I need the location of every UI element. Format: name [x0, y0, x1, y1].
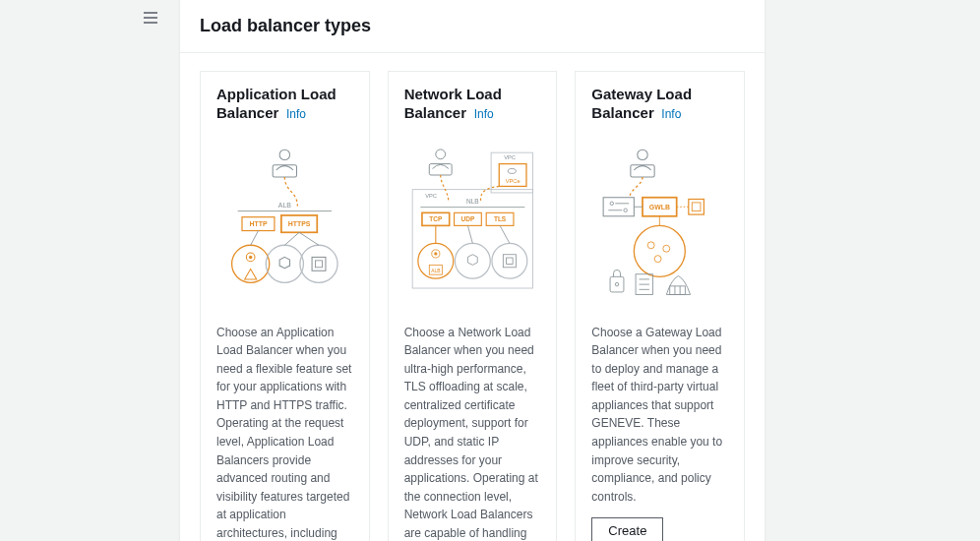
udp-label: UDP	[460, 215, 474, 222]
card-gwlb: Gateway Load Balancer Info	[575, 71, 745, 541]
svg-point-56	[616, 282, 619, 285]
svg-rect-19	[429, 164, 452, 175]
diagram-nlb: VPC VPC VPCe NLB	[404, 133, 541, 310]
info-link-alb[interactable]: Info	[286, 107, 306, 121]
diagram-alb: ALB HTTP HTTPS	[216, 133, 353, 310]
card-desc-gwlb: Choose a Gateway Load Balancer when you …	[591, 324, 728, 507]
svg-rect-33	[503, 255, 516, 268]
svg-point-38	[638, 150, 647, 159]
svg-point-41	[610, 202, 613, 205]
svg-rect-39	[631, 164, 654, 176]
menu-toggle-button[interactable]	[140, 8, 161, 28]
svg-rect-40	[603, 197, 634, 215]
svg-point-54	[654, 255, 661, 262]
svg-point-29	[492, 243, 527, 278]
create-gwlb-button[interactable]: Create	[591, 517, 663, 541]
https-label: HTTPS	[288, 220, 311, 227]
cards-row: Application Load Balancer Info ALB	[180, 53, 765, 541]
svg-point-12	[249, 255, 252, 258]
alb-label: ALB	[278, 202, 291, 209]
svg-line-15	[251, 230, 259, 245]
vpc-label-1: VPC	[425, 193, 437, 199]
svg-point-52	[648, 241, 655, 248]
nlb-label: NLB	[466, 198, 479, 205]
svg-point-43	[624, 209, 627, 211]
http-label: HTTP	[249, 220, 267, 227]
svg-rect-47	[693, 202, 702, 210]
svg-line-37	[500, 225, 510, 243]
svg-rect-14	[316, 260, 323, 267]
svg-rect-55	[610, 276, 624, 292]
svg-point-10	[300, 245, 337, 282]
tls-label: TLS	[494, 215, 507, 222]
panel-title: Load balancer types	[200, 16, 745, 36]
svg-rect-34	[506, 258, 513, 265]
svg-point-28	[455, 243, 490, 278]
svg-rect-46	[689, 199, 704, 214]
svg-rect-61	[670, 285, 686, 294]
svg-point-50	[635, 225, 686, 276]
info-link-gwlb[interactable]: Info	[661, 107, 681, 121]
hamburger-icon	[144, 12, 157, 24]
svg-rect-4	[273, 164, 296, 176]
svg-point-27	[418, 243, 454, 278]
svg-line-17	[299, 232, 319, 245]
svg-point-18	[435, 150, 445, 159]
panel-header: Load balancer types	[180, 0, 765, 53]
alb-target-label: ALB	[431, 269, 440, 273]
card-alb: Application Load Balancer Info ALB	[200, 71, 370, 541]
svg-rect-13	[312, 257, 326, 270]
vpce-label: VPCe	[505, 178, 520, 184]
vpc-label-2: VPC	[504, 154, 516, 160]
card-desc-nlb: Choose a Network Load Balancer when you …	[404, 324, 541, 542]
gwlb-label: GWLB	[649, 203, 670, 210]
diagram-gwlb: GWLB	[591, 133, 728, 310]
card-title-alb: Application Load Balancer	[216, 86, 337, 121]
svg-point-31	[434, 252, 437, 255]
svg-point-3	[279, 150, 289, 159]
svg-line-16	[284, 232, 299, 245]
tcp-label: TCP	[429, 215, 443, 222]
svg-point-53	[663, 245, 670, 252]
svg-point-9	[266, 245, 303, 282]
svg-point-8	[232, 245, 270, 282]
svg-line-36	[467, 225, 472, 243]
card-desc-alb: Choose an Application Load Balancer when…	[216, 324, 353, 542]
card-nlb: Network Load Balancer Info VPC VP	[388, 71, 558, 541]
load-balancer-types-panel: Load balancer types Application Load Bal…	[179, 0, 766, 541]
info-link-nlb[interactable]: Info	[474, 107, 494, 121]
